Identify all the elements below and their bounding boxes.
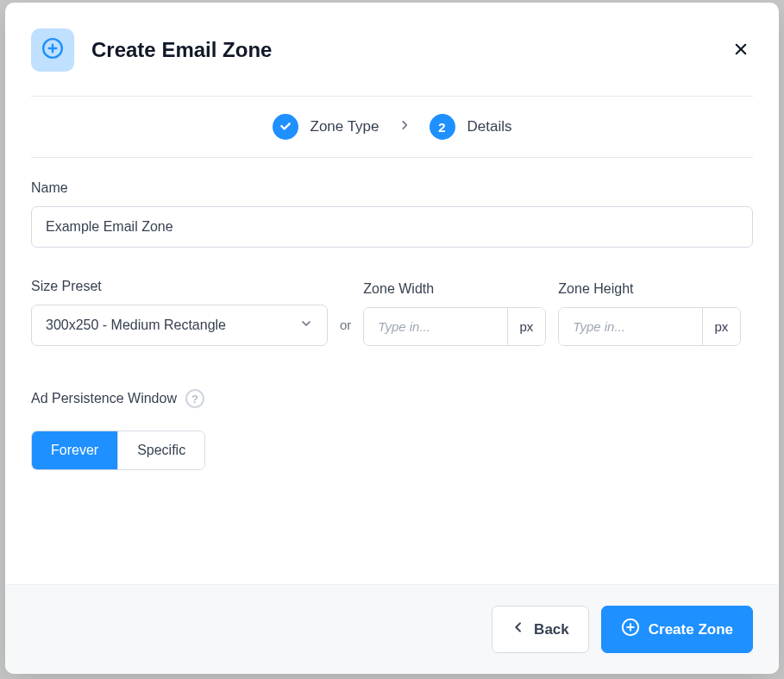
persistence-toggle: Forever Specific [31,431,205,470]
create-email-zone-modal: Create Email Zone [5,3,779,674]
step-number-indicator: 2 [430,114,455,140]
name-input[interactable] [31,206,753,248]
or-label: or [340,317,351,346]
zone-height-label: Zone Height [558,281,741,297]
zone-width-group: Zone Width px [363,281,546,346]
close-button[interactable] [729,38,753,62]
size-preset-label: Size Preset [31,279,328,294]
divider [31,157,753,158]
chevron-down-icon [299,317,313,334]
zone-height-input[interactable] [559,308,701,345]
size-preset-value: 300x250 - Medium Rectangle [46,317,226,333]
size-preset-group: Size Preset 300x250 - Medium Rectangle [31,279,328,346]
size-preset-select[interactable]: 300x250 - Medium Rectangle [31,305,328,346]
step-complete-indicator [273,114,298,140]
stepper: Zone Type 2 Details [31,97,753,157]
step-label: Details [467,118,512,135]
back-button-label: Back [534,621,569,638]
help-icon[interactable]: ? [185,389,204,408]
persistence-option-forever[interactable]: Forever [32,431,117,469]
chevron-left-icon [511,620,525,638]
modal-header: Create Email Zone [31,28,753,72]
header-icon-container [31,28,74,72]
zone-width-unit: px [507,308,546,345]
chevron-right-icon [398,119,411,135]
check-icon [279,119,292,135]
plus-circle-icon [41,37,64,63]
step-details[interactable]: 2 Details [430,114,512,140]
create-zone-button[interactable]: Create Zone [601,606,753,653]
step-zone-type[interactable]: Zone Type [273,114,379,140]
step-label: Zone Type [310,118,379,135]
name-field-group: Name [31,180,753,248]
zone-width-input[interactable] [364,308,506,345]
zone-width-label: Zone Width [363,281,546,297]
modal-title: Create Email Zone [91,38,712,62]
zone-height-unit: px [702,308,741,345]
modal-footer: Back Create Zone [5,584,779,674]
persistence-label-row: Ad Persistence Window ? [31,389,753,408]
persistence-option-specific[interactable]: Specific [117,431,204,469]
zone-width-input-group: px [363,307,546,346]
zone-height-group: Zone Height px [558,281,741,346]
zone-height-input-group: px [558,307,741,346]
plus-circle-icon [621,618,640,641]
persistence-group: Ad Persistence Window ? Forever Specific [31,389,753,470]
back-button[interactable]: Back [492,606,589,653]
persistence-label: Ad Persistence Window [31,391,177,406]
create-zone-button-label: Create Zone [649,621,733,638]
size-row: Size Preset 300x250 - Medium Rectangle o… [31,279,753,346]
name-label: Name [31,180,753,196]
close-icon [733,41,749,60]
modal-body: Create Email Zone [5,3,779,584]
